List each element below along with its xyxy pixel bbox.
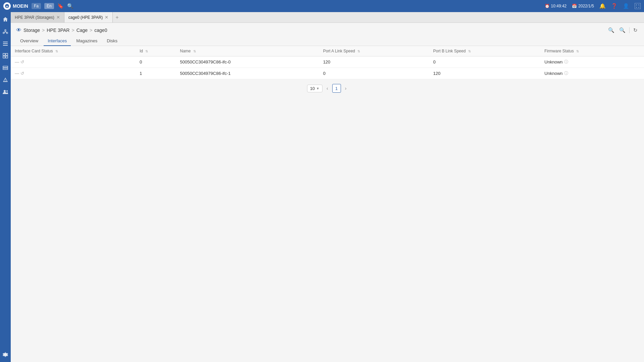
interfaces-table: Interface Card Status ⇅ Id ⇅ Name ⇅ [11, 46, 644, 79]
breadcrumb-sep3: > [90, 28, 92, 33]
next-page-button[interactable]: › [344, 85, 348, 92]
breadcrumb-hpe3par: HPE 3PAR [47, 28, 69, 33]
page-size-select[interactable]: 10 ▼ [307, 85, 323, 92]
col-port-b[interactable]: Port B Link Speed ⇅ [429, 46, 540, 56]
tab-label: HPE 3PAR (Storages) [15, 15, 54, 20]
page-size-value: 10 [310, 86, 315, 91]
header-row: Interface Card Status ⇅ Id ⇅ Name ⇅ [11, 46, 644, 56]
lang-en-button[interactable]: En [44, 3, 54, 9]
col-port-a[interactable]: Port A Link Speed ⇅ [319, 46, 429, 56]
firmware-status-value: Unknown [544, 59, 562, 64]
svg-rect-11 [3, 53, 5, 55]
col-header-label: Name [180, 49, 191, 53]
svg-point-3 [3, 32, 4, 34]
col-firmware[interactable]: Firmware Status ⇅ [540, 46, 644, 56]
clock-icon: ⏰ [545, 4, 550, 8]
topbar-date: 📅 2022/1/5 [572, 4, 594, 8]
cell-firmware-status: Unknownⓘ [540, 68, 644, 79]
svg-line-7 [5, 32, 7, 32]
layout: HPE 3PAR (Storages) ✕ cage0 (HPE 3PAR) ✕… [0, 12, 644, 362]
sub-tabs: Overview Interfaces Magazines Disks [11, 36, 644, 46]
search-icon[interactable]: 🔍 [67, 3, 73, 9]
col-id[interactable]: Id ⇅ [136, 46, 176, 56]
svg-point-2 [5, 30, 6, 31]
lang-fa-button[interactable]: Fa [32, 3, 41, 9]
tab-cage0-hpe3par[interactable]: cage0 (HPE 3PAR) ✕ [64, 12, 113, 22]
sidebar [0, 12, 11, 362]
tab-close-1[interactable]: ✕ [56, 15, 60, 19]
zoom-in-button[interactable]: 🔍 [618, 26, 627, 34]
main-content: HPE 3PAR (Storages) ✕ cage0 (HPE 3PAR) ✕… [11, 12, 644, 362]
refresh-button[interactable]: ↻ [632, 26, 639, 34]
maximize-button[interactable]: ⛶ [635, 3, 641, 9]
sort-icon: ⇅ [193, 49, 196, 53]
topbar: M MOEIN Fa En 🔖 🔍 ⏰ 10:49:42 📅 2022/1/5 … [0, 0, 644, 12]
svg-text:M: M [6, 5, 8, 8]
cell-firmware-status: Unknownⓘ [540, 56, 644, 68]
sort-icon: ⇅ [576, 49, 579, 53]
cell-id: 1 [136, 68, 176, 79]
sidebar-item-topology[interactable] [1, 27, 10, 36]
sidebar-item-alerts[interactable] [1, 75, 10, 85]
col-header-label: Interface Card Status [15, 49, 53, 53]
bell-icon[interactable]: 🔔 [599, 3, 606, 9]
svg-line-6 [4, 32, 5, 32]
sidebar-item-settings[interactable] [1, 350, 10, 359]
sidebar-item-users[interactable] [1, 87, 10, 97]
breadcrumb: 👁 Storage > HPE 3PAR > Cage > cage0 [16, 27, 107, 33]
time-display: 10:49:42 [551, 4, 567, 8]
user-icon[interactable]: 👤 [623, 3, 629, 9]
cell-port-b: 0 [429, 56, 540, 68]
sub-tab-interfaces[interactable]: Interfaces [44, 36, 71, 46]
sidebar-item-storage[interactable] [1, 63, 10, 73]
sidebar-item-home[interactable] [1, 15, 10, 24]
sort-icon: ⇅ [468, 49, 471, 53]
breadcrumb-cage: Cage [77, 28, 88, 33]
firmware-info-icon[interactable]: ⓘ [564, 59, 568, 65]
dropdown-arrow-icon: ▼ [316, 87, 319, 90]
sort-icon: ⇅ [357, 49, 360, 53]
tab-close-2[interactable]: ✕ [105, 15, 108, 19]
svg-rect-16 [3, 68, 8, 70]
breadcrumb-storage: Storage [23, 28, 40, 33]
sidebar-item-list[interactable] [1, 39, 10, 48]
cell-name: 50050CC304979C86-ifc-1 [176, 68, 319, 79]
app-name: MOEIN [13, 3, 28, 9]
col-name[interactable]: Name ⇅ [176, 46, 319, 56]
date-display: 2022/1/5 [578, 4, 594, 8]
cell-interface-card-status: — ↺ [11, 68, 136, 79]
zoom-out-button[interactable]: 🔍 [607, 26, 615, 34]
firmware-info-icon[interactable]: ⓘ [564, 71, 568, 76]
cell-name: 50050CC304979C86-ifc-0 [176, 56, 319, 68]
sub-tab-disks[interactable]: Disks [103, 36, 121, 46]
svg-rect-13 [3, 56, 5, 58]
cell-port-b: 120 [429, 68, 540, 79]
page-header: 👁 Storage > HPE 3PAR > Cage > cage0 🔍 🔍 … [11, 23, 644, 36]
breadcrumb-cage0: cage0 [94, 28, 107, 33]
help-icon[interactable]: ❓ [611, 3, 617, 9]
sidebar-item-dashboard[interactable] [1, 51, 10, 60]
pagination: 10 ▼ ‹ 1 › [11, 79, 644, 97]
sub-tab-magazines[interactable]: Magazines [72, 36, 101, 46]
cell-port-a: 120 [319, 56, 429, 68]
table-row: — ↺050050CC304979C86-ifc-01200Unknownⓘ [11, 56, 644, 68]
breadcrumb-sep2: > [71, 28, 74, 33]
prev-page-button[interactable]: ‹ [325, 85, 330, 92]
sort-icon: ⇅ [55, 49, 58, 53]
status-info-icon[interactable]: ↺ [20, 59, 24, 64]
page-number[interactable]: 1 [332, 84, 341, 93]
tab-add-button[interactable]: + [113, 14, 121, 20]
col-interface-card-status[interactable]: Interface Card Status ⇅ [11, 46, 136, 56]
table-body: — ↺050050CC304979C86-ifc-01200Unknownⓘ— … [11, 56, 644, 79]
table-row: — ↺150050CC304979C86-ifc-10120Unknownⓘ [11, 68, 644, 79]
tab-hpe3par-storages[interactable]: HPE 3PAR (Storages) ✕ [11, 12, 64, 22]
status-info-icon[interactable]: ↺ [20, 71, 24, 76]
calendar-icon: 📅 [572, 4, 577, 8]
sub-tab-overview[interactable]: Overview [16, 36, 42, 46]
cell-id: 0 [136, 56, 176, 68]
cell-port-a: 0 [319, 68, 429, 79]
eye-icon: 👁 [16, 27, 21, 33]
svg-rect-8 [3, 42, 8, 42]
bookmark-icon[interactable]: 🔖 [57, 3, 64, 9]
table-container: Interface Card Status ⇅ Id ⇅ Name ⇅ [11, 46, 644, 79]
